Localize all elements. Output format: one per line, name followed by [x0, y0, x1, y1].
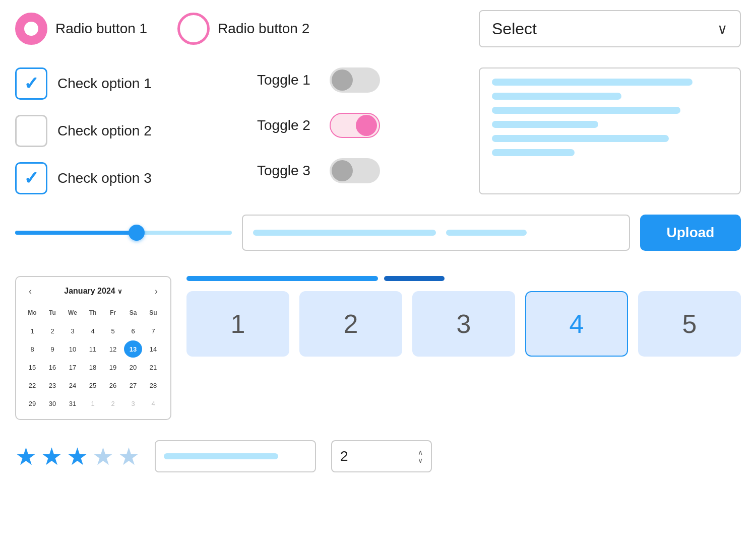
slider-wrapper[interactable] [15, 231, 232, 235]
cal-day[interactable]: 22 [23, 377, 41, 394]
star-rating[interactable]: ★ ★ ★ ★ ★ [15, 442, 140, 470]
cal-day[interactable]: 11 [84, 340, 102, 358]
select-label: Select [492, 20, 537, 38]
cal-day[interactable]: 7 [144, 322, 162, 339]
cal-day-other[interactable]: 2 [104, 395, 122, 412]
cal-day[interactable]: 2 [43, 322, 61, 339]
number-tile-5[interactable]: 5 [638, 291, 741, 357]
checkboxes-toggles-row: ✓ Check option 1 Check option 2 ✓ Check … [15, 67, 741, 194]
toggle-1[interactable] [330, 67, 380, 93]
cal-day[interactable]: 8 [23, 340, 41, 358]
cal-day[interactable]: 5 [104, 322, 122, 339]
cal-day[interactable]: 9 [43, 340, 61, 358]
radio-group-1[interactable]: Radio button 1 [15, 13, 147, 45]
spinner[interactable]: 2 ∧ ∨ [331, 440, 432, 472]
radio-label-1: Radio button 1 [55, 21, 147, 37]
number-tile-4[interactable]: 4 [525, 291, 628, 357]
checkmark-3: ✓ [24, 169, 39, 187]
star-1[interactable]: ★ [15, 442, 37, 470]
cal-day[interactable]: 12 [104, 340, 122, 358]
calendar-prev-button[interactable]: ‹ [23, 284, 37, 298]
number-tile-3[interactable]: 3 [412, 291, 515, 357]
cal-day[interactable]: 18 [84, 359, 102, 376]
cal-day[interactable]: 23 [43, 377, 61, 394]
cal-day[interactable]: 31 [64, 395, 82, 412]
cal-header-su: Su [144, 304, 162, 321]
cal-day[interactable]: 29 [23, 395, 41, 412]
toggle-2[interactable] [330, 113, 380, 138]
checkbox-item-1[interactable]: ✓ Check option 1 [15, 67, 227, 100]
checkbox-item-2[interactable]: Check option 2 [15, 115, 227, 147]
cal-day[interactable]: 14 [144, 340, 162, 358]
radio-group-2[interactable]: Radio button 2 [177, 13, 309, 45]
cal-day[interactable]: 17 [64, 359, 82, 376]
spinner-up-arrow[interactable]: ∧ [418, 449, 423, 456]
toggle-3[interactable] [330, 158, 380, 183]
cal-day[interactable]: 3 [64, 322, 82, 339]
pagination-bar [186, 276, 741, 281]
pagination-line-2 [384, 276, 445, 281]
cal-day[interactable]: 10 [64, 340, 82, 358]
cal-day[interactable]: 4 [84, 322, 102, 339]
star-2[interactable]: ★ [41, 442, 62, 470]
list-line-3 [492, 107, 680, 114]
cal-day-other[interactable]: 3 [124, 395, 142, 412]
cal-day-other[interactable]: 4 [144, 395, 162, 412]
checkbox-item-3[interactable]: ✓ Check option 3 [15, 162, 227, 194]
cal-day[interactable]: 1 [23, 322, 41, 339]
cal-day[interactable]: 6 [124, 322, 142, 339]
toggle-thumb-2 [356, 115, 377, 136]
checkbox-1[interactable]: ✓ [15, 67, 47, 100]
right-section: 1 2 3 4 5 [186, 276, 741, 420]
radio-button-1[interactable] [15, 13, 47, 45]
input-placeholder-line [164, 453, 278, 459]
slider-thumb[interactable] [129, 225, 145, 241]
stars-input-spinner-row: ★ ★ ★ ★ ★ 2 ∧ ∨ [15, 440, 741, 472]
pagination-line-1 [186, 276, 378, 281]
cal-day[interactable]: 27 [124, 377, 142, 394]
toggle-label-3: Toggle 3 [257, 163, 318, 179]
cal-day[interactable]: 20 [124, 359, 142, 376]
cal-header-we: We [64, 304, 82, 321]
list-line-2 [492, 93, 621, 100]
cal-day[interactable]: 30 [43, 395, 61, 412]
cal-day[interactable]: 26 [104, 377, 122, 394]
star-5[interactable]: ★ [118, 442, 140, 470]
checkbox-3[interactable]: ✓ [15, 162, 47, 194]
star-3[interactable]: ★ [67, 442, 88, 470]
upload-button[interactable]: Upload [640, 215, 741, 251]
list-line-5 [492, 135, 669, 142]
cal-day-other[interactable]: 1 [84, 395, 102, 412]
slider-fill [15, 231, 137, 235]
cal-day[interactable]: 16 [43, 359, 61, 376]
cal-header-tu: Tu [43, 304, 61, 321]
cal-day[interactable]: 25 [84, 377, 102, 394]
select-dropdown[interactable]: Select ∨ [479, 10, 741, 47]
star-4[interactable]: ★ [92, 442, 114, 470]
toggle-thumb-3 [332, 160, 353, 181]
cal-day-today[interactable]: 13 [124, 340, 142, 358]
cal-header-th: Th [84, 304, 102, 321]
slider-upload-row: Upload [15, 215, 741, 251]
cal-day[interactable]: 28 [144, 377, 162, 394]
text-input-box[interactable] [155, 440, 316, 472]
cal-day[interactable]: 19 [104, 359, 122, 376]
number-tile-1[interactable]: 1 [186, 291, 289, 357]
file-input[interactable] [242, 215, 630, 251]
calendar-next-button[interactable]: › [149, 284, 163, 298]
cal-header-sa: Sa [124, 304, 142, 321]
number-tile-2[interactable]: 2 [299, 291, 402, 357]
toggle-label-2: Toggle 2 [257, 117, 318, 133]
cal-header-mo: Mo [23, 304, 41, 321]
spinner-down-arrow[interactable]: ∨ [418, 457, 423, 464]
checkmark-1: ✓ [24, 75, 39, 93]
cal-day[interactable]: 15 [23, 359, 41, 376]
checkbox-2[interactable] [15, 115, 47, 147]
toggle-item-2: Toggle 2 [257, 113, 449, 138]
cal-day[interactable]: 21 [144, 359, 162, 376]
spinner-arrows[interactable]: ∧ ∨ [418, 449, 423, 464]
list-panel [479, 67, 741, 194]
calendar-month-label: January 2024 ∨ [64, 287, 122, 296]
cal-day[interactable]: 24 [64, 377, 82, 394]
radio-button-2[interactable] [177, 13, 210, 45]
